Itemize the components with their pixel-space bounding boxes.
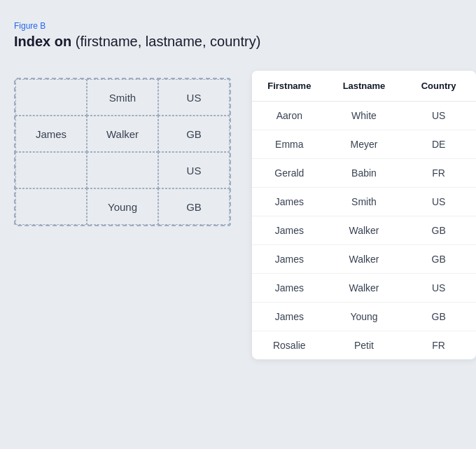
content-area: Smith US James Walker GB US Young GB [14, 71, 462, 359]
table-cell: James [252, 274, 327, 302]
dashed-cell-empty-2 [15, 152, 87, 188]
table-body: AaronWhiteUSEmmaMeyerDEGeraldBabinFRJame… [252, 102, 476, 359]
dashed-cell-young: Young [87, 188, 158, 225]
dashed-grid: Smith US James Walker GB US Young GB [15, 79, 230, 225]
table-cell: Rosalie [252, 331, 327, 359]
col-header-lastname: Lastname [327, 71, 402, 101]
main-table-wrapper: Firstname Lastname Country AaronWhiteUSE… [252, 71, 476, 359]
table-cell: FR [401, 159, 476, 187]
col-header-country: Country [401, 71, 476, 101]
table-header: Firstname Lastname Country [252, 71, 476, 102]
dashed-cell-james: James [15, 116, 87, 152]
table-row: JamesWalkerUS [252, 274, 476, 303]
dashed-cell-us2: US [158, 152, 230, 188]
table-row: JamesYoungGB [252, 303, 476, 331]
table-cell: Smith [327, 188, 402, 216]
table-cell: Walker [327, 274, 402, 302]
dashed-cell-walker: Walker [87, 116, 158, 152]
table-cell: Gerald [252, 159, 327, 187]
table-cell: James [252, 216, 327, 244]
table-cell: James [252, 245, 327, 273]
table-row: RosaliePetitFR [252, 331, 476, 359]
table-cell: Young [327, 303, 402, 331]
title-normal: (firstname, lastname, country) [71, 34, 260, 49]
table-row: JamesWalkerGB [252, 245, 476, 274]
dashed-cell-smith: Smith [87, 79, 158, 116]
table-cell: Emma [252, 130, 327, 158]
dashed-cell-gb1: GB [158, 116, 230, 152]
table-cell: US [401, 274, 476, 302]
table-row: JamesSmithUS [252, 188, 476, 216]
dashed-cell-empty-4 [15, 188, 87, 225]
table-cell: Babin [327, 159, 402, 187]
dashed-cell-empty-3 [87, 152, 158, 188]
page-container: Figure B Index on (firstname, lastname, … [14, 21, 462, 359]
table-cell: FR [401, 331, 476, 359]
table-cell: Walker [327, 245, 402, 273]
table-cell: US [401, 188, 476, 216]
figure-title: Index on (firstname, lastname, country) [14, 34, 462, 50]
table-cell: James [252, 303, 327, 331]
table-cell: GB [401, 303, 476, 331]
table-row: AaronWhiteUS [252, 102, 476, 130]
table-cell: Aaron [252, 102, 327, 130]
table-cell: James [252, 188, 327, 216]
col-header-firstname: Firstname [252, 71, 327, 101]
table-cell: US [401, 102, 476, 130]
dashed-selection-box: Smith US James Walker GB US Young GB [14, 78, 252, 226]
table-row: EmmaMeyerDE [252, 130, 476, 159]
table-row: JamesWalkerGB [252, 216, 476, 245]
table-cell: Meyer [327, 130, 402, 158]
dashed-cell-us1: US [158, 79, 230, 116]
dashed-cell-gb2: GB [158, 188, 230, 225]
table-cell: White [327, 102, 402, 130]
table-row: GeraldBabinFR [252, 159, 476, 188]
dashed-cell-empty-1 [15, 79, 87, 116]
main-table: Firstname Lastname Country AaronWhiteUSE… [252, 71, 476, 359]
dashed-outer-box: Smith US James Walker GB US Young GB [14, 78, 231, 226]
table-cell: GB [401, 216, 476, 244]
figure-label: Figure B [14, 21, 462, 31]
title-bold: Index on [14, 34, 71, 49]
table-cell: Petit [327, 331, 402, 359]
table-cell: DE [401, 130, 476, 158]
table-cell: GB [401, 245, 476, 273]
table-cell: Walker [327, 216, 402, 244]
